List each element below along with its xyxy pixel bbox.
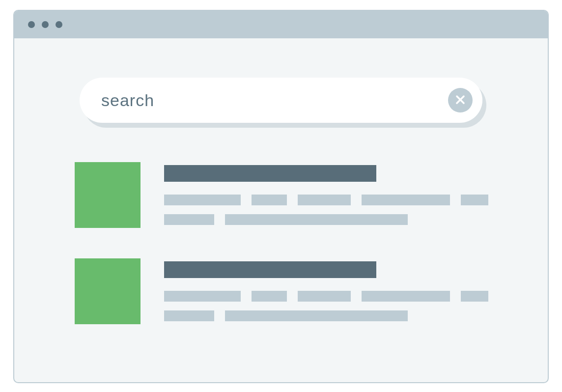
result-row[interactable] (75, 162, 487, 234)
result-text-placeholder (461, 291, 488, 302)
result-text-placeholder (362, 291, 450, 302)
result-text-placeholder (362, 195, 450, 205)
result-row[interactable] (75, 258, 487, 330)
result-text-placeholder (252, 291, 287, 302)
result-text-line-row (164, 310, 488, 321)
search-input[interactable] (101, 91, 448, 110)
result-body (164, 258, 488, 330)
search-pill (80, 78, 482, 123)
result-text-placeholder (164, 310, 214, 321)
clear-search-button[interactable] (448, 88, 473, 112)
window-minimize-dot[interactable] (42, 21, 49, 28)
result-text-line-row (164, 291, 488, 302)
search-bar-container (80, 78, 482, 123)
result-text-placeholder (225, 214, 408, 225)
app-window (13, 10, 549, 383)
window-zoom-dot[interactable] (56, 21, 62, 28)
result-thumbnail (75, 162, 140, 228)
result-text-placeholder (298, 291, 351, 302)
result-text-line-row (164, 214, 488, 225)
result-text-placeholder (164, 291, 241, 302)
result-text-placeholder (252, 195, 287, 205)
result-thumbnail (75, 258, 140, 324)
window-title-bar (14, 11, 548, 38)
result-body (164, 162, 488, 234)
result-text-placeholder (298, 195, 351, 205)
window-content (14, 38, 548, 374)
result-title-placeholder (164, 165, 376, 182)
close-icon (454, 94, 466, 107)
result-text-line-row (164, 195, 488, 205)
result-text-placeholder (164, 214, 214, 225)
result-text-placeholder (225, 310, 408, 321)
window-close-dot[interactable] (28, 21, 35, 28)
result-title-placeholder (164, 261, 376, 278)
result-text-placeholder (164, 195, 241, 205)
result-text-placeholder (461, 195, 488, 205)
results-list (75, 162, 487, 330)
